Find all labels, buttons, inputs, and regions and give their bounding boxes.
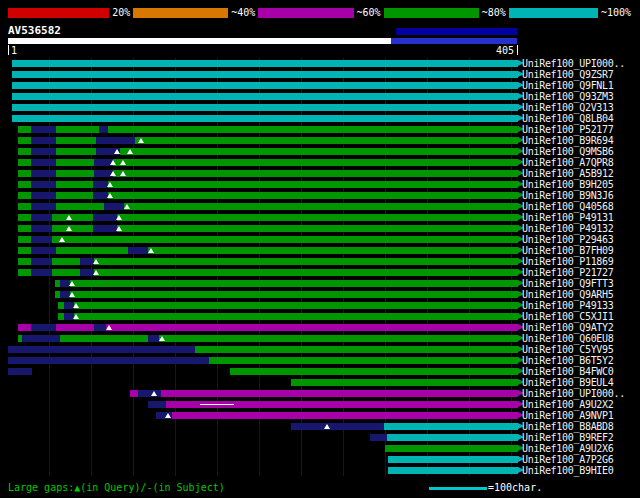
- alignment-track[interactable]: [8, 82, 518, 89]
- subject-label[interactable]: UniRef100_A9U2X6: [522, 443, 614, 454]
- alignment-track[interactable]: [8, 159, 518, 166]
- alignment-track[interactable]: [8, 302, 518, 309]
- ruler-end-label: 405: [496, 45, 514, 56]
- subject-label[interactable]: UniRef100_B4FWC0: [522, 366, 614, 377]
- alignment-segment: [18, 335, 518, 342]
- alignment-track[interactable]: [8, 192, 518, 199]
- subject-label[interactable]: UniRef100_P29463: [522, 234, 614, 245]
- alignment-track[interactable]: [8, 324, 518, 331]
- subject-label[interactable]: UniRef100_Q60EU8: [522, 333, 614, 344]
- subject-label[interactable]: UniRef100_P49131: [522, 212, 614, 223]
- subject-label[interactable]: UniRef100_A7P2G6: [522, 454, 614, 465]
- subject-label[interactable]: UniRef100_B9EUL4: [522, 377, 614, 388]
- subject-label[interactable]: UniRef100_Q9FNL1: [522, 80, 614, 91]
- gap-segment: [93, 181, 108, 188]
- alignment-track[interactable]: [8, 170, 518, 177]
- query-masked-region: [396, 28, 517, 35]
- alignment-track[interactable]: [8, 412, 518, 419]
- alignment-track[interactable]: [8, 181, 518, 188]
- alignment-track[interactable]: [8, 357, 518, 364]
- alignment-row: UniRef100_A9U2X6: [0, 443, 640, 454]
- subject-label[interactable]: UniRef100_C5YV95: [522, 344, 614, 355]
- alignment-track[interactable]: [8, 247, 518, 254]
- subject-label[interactable]: UniRef100_P11869: [522, 256, 614, 267]
- subject-label[interactable]: UniRef100_P49133: [522, 300, 614, 311]
- alignment-track[interactable]: [8, 60, 518, 67]
- scale-legend-text: =100char.: [488, 482, 542, 493]
- subject-label[interactable]: UniRef100_Q40568: [522, 201, 614, 212]
- alignment-track[interactable]: [8, 148, 518, 155]
- subject-label[interactable]: UniRef100_P21727: [522, 267, 614, 278]
- alignment-track[interactable]: [8, 137, 518, 144]
- subject-label[interactable]: UniRef100_Q9ZSR7: [522, 69, 614, 80]
- alignment-track[interactable]: [8, 456, 518, 463]
- alignment-track[interactable]: [8, 390, 518, 397]
- query-gap-triangle-icon: [114, 149, 120, 154]
- subject-label[interactable]: UniRef100_A7QPR8: [522, 157, 614, 168]
- alignment-row: UniRef100_C5XJI1: [0, 311, 640, 322]
- subject-label[interactable]: UniRef100_B9N3J6: [522, 190, 614, 201]
- alignment-track[interactable]: [8, 236, 518, 243]
- subject-label[interactable]: UniRef100_Q9ARH5: [522, 289, 614, 300]
- alignment-track[interactable]: [8, 346, 518, 353]
- subject-label[interactable]: UniRef100_A9NVP1: [522, 410, 614, 421]
- subject-label[interactable]: UniRef100_Q9MSB6: [522, 146, 614, 157]
- gap-segment: [31, 247, 56, 254]
- subject-label[interactable]: UniRef100_P52177: [522, 124, 614, 135]
- subject-label[interactable]: UniRef100_A9U2X2: [522, 399, 614, 410]
- alignment-segment: [148, 401, 166, 408]
- alignment-segment: [172, 412, 518, 419]
- subject-label[interactable]: UniRef100_B9R694: [522, 135, 614, 146]
- subject-label[interactable]: UniRef100_C5XJI1: [522, 311, 614, 322]
- subject-label[interactable]: UniRef100_B9H205: [522, 179, 614, 190]
- alignment-track[interactable]: [8, 335, 518, 342]
- alignment-track[interactable]: [8, 379, 518, 386]
- subject-label[interactable]: UniRef100_B7FH09: [522, 245, 614, 256]
- alignment-track[interactable]: [8, 445, 518, 452]
- alignment-row: UniRef100_Q8LB04: [0, 113, 640, 124]
- subject-label[interactable]: UniRef100_B8ABD8: [522, 421, 614, 432]
- alignment-track[interactable]: [8, 71, 518, 78]
- subject-label[interactable]: UniRef100_Q8LB04: [522, 113, 614, 124]
- alignment-track[interactable]: [8, 214, 518, 221]
- subject-label[interactable]: UniRef100_Q93ZM3: [522, 91, 614, 102]
- alignment-track[interactable]: [8, 291, 518, 298]
- subject-label[interactable]: UniRef100_B9HIE0: [522, 465, 614, 476]
- alignment-track[interactable]: [8, 225, 518, 232]
- gap-segment: [148, 335, 159, 342]
- subject-label[interactable]: UniRef100_Q9ATY2: [522, 322, 614, 333]
- alignment-track[interactable]: [8, 203, 518, 210]
- query-gap-triangle-icon: [106, 325, 112, 330]
- alignment-track[interactable]: [8, 434, 518, 441]
- alignment-track[interactable]: [8, 368, 518, 375]
- alignment-track[interactable]: [8, 313, 518, 320]
- alignment-row: UniRef100_Q93ZM3: [0, 91, 640, 102]
- alignment-row: UniRef100_B9R694: [0, 135, 640, 146]
- alignment-track[interactable]: [8, 269, 518, 276]
- query-gap-triangle-icon: [324, 424, 330, 429]
- subject-label[interactable]: UniRef100_B6T5Y2: [522, 355, 614, 366]
- subject-label[interactable]: UniRef100_Q9FTT3: [522, 278, 614, 289]
- alignment-segment: [195, 346, 518, 353]
- alignment-track[interactable]: [8, 423, 518, 430]
- subject-label[interactable]: UniRef100_B9REF2: [522, 432, 614, 443]
- subject-label[interactable]: UniRef100_UPI000..: [522, 58, 625, 69]
- gap-segment: [104, 203, 124, 210]
- gap-segment: [31, 126, 56, 133]
- subject-label[interactable]: UniRef100_UPI000..: [522, 388, 625, 399]
- alignment-track[interactable]: [8, 467, 518, 474]
- scale-legend: =100char.: [429, 482, 542, 493]
- subject-label[interactable]: UniRef100_P49132: [522, 223, 614, 234]
- alignment-track[interactable]: [8, 104, 518, 111]
- subject-label[interactable]: UniRef100_Q2V313: [522, 102, 614, 113]
- alignment-track[interactable]: [8, 115, 518, 122]
- subject-label[interactable]: UniRef100_A5B912: [522, 168, 614, 179]
- alignment-track[interactable]: [8, 401, 518, 408]
- alignment-track[interactable]: [8, 126, 518, 133]
- alignment-track[interactable]: [8, 280, 518, 287]
- alignment-track[interactable]: [8, 93, 518, 100]
- alignment-row: UniRef100_A9U2X2: [0, 399, 640, 410]
- alignment-track[interactable]: [8, 258, 518, 265]
- legend-color-swatch: [509, 8, 598, 18]
- ruler-tick: [517, 45, 518, 55]
